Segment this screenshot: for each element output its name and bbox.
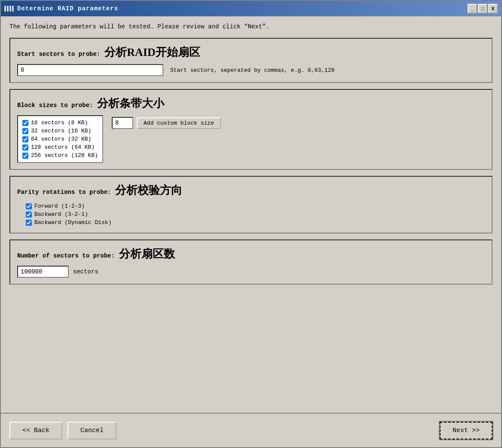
block-sizes-label-cn: 分析条带大小 <box>97 96 164 111</box>
list-item: 128 sectors (64 KB) <box>22 143 98 151</box>
num-sectors-title: Number of sectors to probe: 分析扇区数 <box>17 246 485 261</box>
intro-text: The following parameters will be tested.… <box>9 23 493 30</box>
block-size-256-checkbox[interactable] <box>22 153 28 159</box>
app-icon <box>4 6 14 12</box>
sectors-row: sectors <box>17 266 485 278</box>
start-sectors-section: Start sectors to probe: 分析RAID开始扇区 Start… <box>9 38 493 83</box>
list-item: Forward (1-2-3) <box>26 202 485 210</box>
list-item: Backward (Dynamic Disk) <box>26 218 485 227</box>
parity-backward-label: Backward (3-2-1) <box>34 211 88 218</box>
bottom-bar: << Back Cancel Next >> <box>1 413 501 447</box>
parity-dynamic-label: Backward (Dynamic Disk) <box>34 219 111 226</box>
block-size-128-checkbox[interactable] <box>22 144 28 150</box>
parity-label-cn: 分析校验方向 <box>115 183 182 198</box>
block-size-64-checkbox[interactable] <box>22 136 28 142</box>
close-button[interactable]: X <box>488 4 498 13</box>
list-item: Backward (3-2-1) <box>26 210 485 218</box>
block-size-128-label: 128 sectors (64 KB) <box>31 144 95 150</box>
start-sectors-hint: Start sectors, seperated by commas, e.g.… <box>170 67 334 74</box>
block-sizes-container: 16 sectors (8 KB) 32 sectors (16 KB) 64 … <box>17 115 485 163</box>
custom-block-row: Add custom block size <box>112 117 221 129</box>
block-size-64-label: 64 sectors (32 KB) <box>31 136 91 142</box>
block-sizes-section: Block sizes to probe: 分析条带大小 16 sectors … <box>9 89 493 170</box>
back-button[interactable]: << Back <box>9 422 62 439</box>
add-custom-block-button[interactable]: Add custom block size <box>137 117 221 129</box>
start-sectors-label-cn: 分析RAID开始扇区 <box>104 45 200 60</box>
bottom-left-buttons: << Back Cancel <box>9 422 116 439</box>
sectors-input[interactable] <box>17 266 69 278</box>
block-size-16-checkbox[interactable] <box>22 120 28 126</box>
cancel-button[interactable]: Cancel <box>67 422 116 439</box>
parity-backward-checkbox[interactable] <box>26 212 32 218</box>
block-size-32-label: 32 sectors (16 KB) <box>31 128 91 134</box>
main-window: Determine RAID parameters _ □ X The foll… <box>0 0 502 448</box>
block-size-32-checkbox[interactable] <box>22 128 28 134</box>
block-size-256-label: 256 sectors (128 KB) <box>31 152 98 159</box>
start-sectors-title: Start sectors to probe: 分析RAID开始扇区 <box>17 45 485 60</box>
num-sectors-label-cn: 分析扇区数 <box>119 246 175 261</box>
num-sectors-section: Number of sectors to probe: 分析扇区数 sector… <box>9 239 493 285</box>
block-sizes-title: Block sizes to probe: 分析条带大小 <box>17 96 485 111</box>
next-button[interactable]: Next >> <box>440 422 493 439</box>
title-bar-left: Determine RAID parameters <box>4 5 118 12</box>
window-title: Determine RAID parameters <box>17 5 118 12</box>
block-sizes-label: Block sizes to probe: <box>17 102 93 109</box>
list-item: 16 sectors (8 KB) <box>22 119 98 127</box>
start-sectors-input-row: Start sectors, seperated by commas, e.g.… <box>17 64 485 76</box>
parity-forward-label: Forward (1-2-3) <box>34 203 85 209</box>
parity-label: Parity rotations to probe: <box>17 189 111 196</box>
list-item: 256 sectors (128 KB) <box>22 151 98 160</box>
sectors-unit: sectors <box>73 268 98 275</box>
parity-title: Parity rotations to probe: 分析校验方向 <box>17 183 485 198</box>
maximize-button[interactable]: □ <box>478 4 487 13</box>
custom-block-input[interactable] <box>112 117 133 129</box>
title-bar: Determine RAID parameters _ □ X <box>1 1 501 16</box>
list-item: 32 sectors (16 KB) <box>22 127 98 135</box>
parity-dynamic-checkbox[interactable] <box>26 220 32 226</box>
block-size-16-label: 16 sectors (8 KB) <box>31 120 88 126</box>
title-bar-buttons: _ □ X <box>468 4 498 13</box>
list-item: 64 sectors (32 KB) <box>22 135 98 143</box>
start-sectors-label: Start sectors to probe: <box>17 51 100 58</box>
minimize-button[interactable]: _ <box>468 4 477 13</box>
block-sizes-list: 16 sectors (8 KB) 32 sectors (16 KB) 64 … <box>17 115 103 163</box>
parity-section: Parity rotations to probe: 分析校验方向 Forwar… <box>9 176 493 233</box>
start-sectors-input[interactable] <box>17 64 163 76</box>
num-sectors-label: Number of sectors to probe: <box>17 252 115 259</box>
parity-forward-checkbox[interactable] <box>26 203 32 209</box>
window-content: The following parameters will be tested.… <box>1 16 501 413</box>
